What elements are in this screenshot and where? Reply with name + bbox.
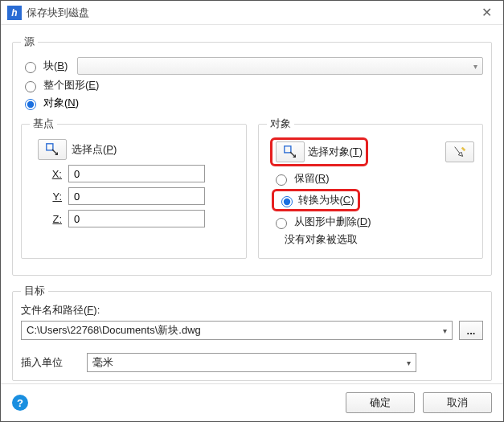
block-combo[interactable]: ▾ xyxy=(77,57,483,75)
destination-group: 目标 文件名和路径(F): C:\Users\22768\Documents\新… xyxy=(12,284,492,381)
svg-rect-0 xyxy=(47,144,53,150)
path-combo[interactable]: C:\Users\22768\Documents\新块.dwg ▾ xyxy=(21,321,453,340)
window-title: 保存块到磁盘 xyxy=(27,6,89,20)
source-block-label: 块(B) xyxy=(43,59,68,73)
z-input[interactable] xyxy=(68,210,205,227)
units-combo[interactable]: 毫米 ▾ xyxy=(87,353,416,372)
pick-point-label: 选择点(P) xyxy=(72,142,117,157)
source-legend: 源 xyxy=(21,35,38,49)
cancel-button[interactable]: 取消 xyxy=(423,392,492,413)
select-objects-label: 选择对象(T) xyxy=(308,145,363,159)
quick-select-button[interactable] xyxy=(445,141,474,162)
basepoint-legend: 基点 xyxy=(30,117,57,131)
objects-status: 没有对象被选取 xyxy=(285,232,358,247)
source-block-radio[interactable] xyxy=(25,62,36,73)
source-objects-radio[interactable] xyxy=(25,99,36,110)
convert-radio[interactable] xyxy=(281,196,293,207)
select-objects-button[interactable] xyxy=(276,141,305,162)
close-icon[interactable]: ✕ xyxy=(477,5,497,20)
help-button[interactable]: ? xyxy=(12,395,28,411)
pick-point-icon xyxy=(45,142,59,157)
z-label: Z: xyxy=(43,213,62,225)
source-drawing-radio[interactable] xyxy=(25,81,36,92)
retain-label: 保留(R) xyxy=(294,171,330,186)
x-label: X: xyxy=(43,168,62,180)
svg-rect-1 xyxy=(284,146,290,153)
objects-group: 对象 选择对象(T) xyxy=(258,117,484,259)
delete-radio[interactable] xyxy=(276,218,287,229)
delete-label: 从图形中删除(D) xyxy=(294,215,371,229)
units-label: 插入单位 xyxy=(21,355,63,370)
source-objects-label: 对象(N) xyxy=(43,96,79,110)
titlebar: h 保存块到磁盘 ✕ xyxy=(1,1,503,25)
chevron-down-icon: ▾ xyxy=(443,326,447,335)
browse-button[interactable]: ... xyxy=(459,321,483,340)
select-objects-highlight: 选择对象(T) xyxy=(270,137,369,166)
objects-legend: 对象 xyxy=(267,117,294,131)
source-drawing-label: 整个图形(E) xyxy=(43,78,99,92)
source-group: 源 块(B) ▾ 整个图形(E) 对象(N) 基点 xyxy=(12,35,492,276)
footer: ? 确定 取消 xyxy=(1,383,503,421)
app-logo-icon: h xyxy=(7,6,22,20)
select-objects-icon xyxy=(283,145,297,159)
chevron-down-icon: ▾ xyxy=(473,62,477,71)
chevron-down-icon: ▾ xyxy=(407,358,411,367)
y-label: Y: xyxy=(43,191,62,203)
destination-legend: 目标 xyxy=(21,284,48,298)
convert-highlight: 转换为块(C) xyxy=(272,189,360,211)
units-value: 毫米 xyxy=(92,355,113,370)
x-input[interactable] xyxy=(68,165,205,182)
pick-point-button[interactable] xyxy=(38,139,67,160)
quick-select-icon xyxy=(453,145,467,159)
ok-button[interactable]: 确定 xyxy=(346,392,415,413)
path-label: 文件名和路径(F): xyxy=(21,303,483,318)
y-input[interactable] xyxy=(68,187,205,205)
path-value: C:\Users\22768\Documents\新块.dwg xyxy=(27,323,201,338)
convert-label: 转换为块(C) xyxy=(298,193,354,207)
basepoint-group: 基点 选择点(P) X: Y: xyxy=(21,117,247,259)
retain-radio[interactable] xyxy=(276,174,287,186)
